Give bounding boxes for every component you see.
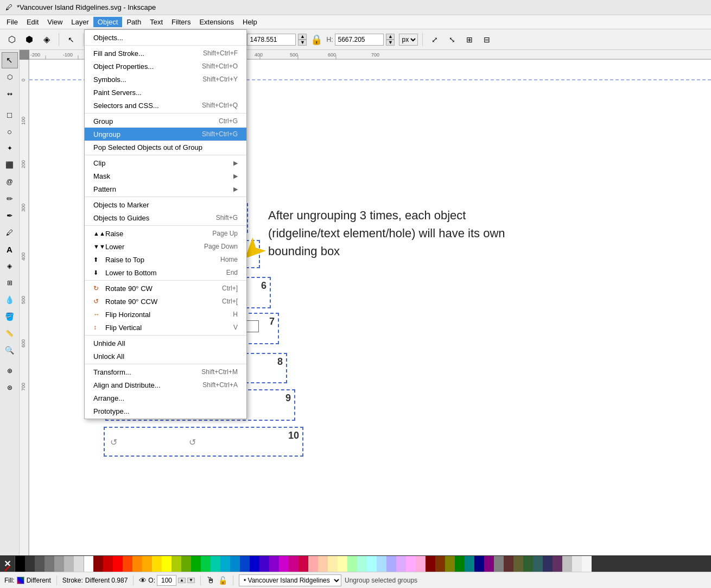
swatch-indigo[interactable] bbox=[259, 556, 269, 572]
text-tool[interactable]: A bbox=[2, 241, 18, 257]
menu-file[interactable]: File bbox=[2, 17, 22, 27]
opacity-up[interactable]: ▲ bbox=[178, 578, 186, 583]
menu-prototype[interactable]: Prototype... bbox=[85, 404, 246, 418]
swatch-olive[interactable] bbox=[445, 556, 455, 572]
measure-tool[interactable]: 📏 bbox=[2, 325, 18, 342]
menu-arrange[interactable]: Arrange... bbox=[85, 391, 246, 404]
tool-option-1[interactable]: ⬡ bbox=[4, 32, 20, 47]
tool-option-2[interactable]: ⬢ bbox=[22, 32, 37, 47]
menu-objects-to-marker[interactable]: Objects to Marker bbox=[85, 198, 246, 211]
menu-edit[interactable]: Edit bbox=[22, 17, 43, 27]
swatch-gray4[interactable] bbox=[74, 556, 84, 572]
swatch-ltrose[interactable] bbox=[416, 556, 426, 572]
spiral-tool[interactable]: @ bbox=[2, 174, 18, 190]
swatch-gray1[interactable] bbox=[45, 556, 54, 572]
swatch-dkgreen[interactable] bbox=[455, 556, 465, 572]
swatch-ltpurple[interactable] bbox=[396, 556, 406, 572]
menu-unhide-all[interactable]: Unhide All bbox=[85, 337, 246, 350]
swatch-teal1[interactable] bbox=[211, 556, 220, 572]
swatch-gray3[interactable] bbox=[64, 556, 74, 572]
swatch-yellow1[interactable] bbox=[152, 556, 162, 572]
menu-symbols[interactable]: Symbols... Shift+Ctrl+Y bbox=[85, 73, 246, 86]
swatch-purple1[interactable] bbox=[269, 556, 279, 572]
menu-text[interactable]: Text bbox=[145, 17, 167, 27]
swatch-lime2[interactable] bbox=[181, 556, 191, 572]
menu-mask[interactable]: Mask ▶ bbox=[85, 169, 246, 182]
menu-fill-stroke[interactable]: Fill and Stroke... Shift+Ctrl+F bbox=[85, 47, 246, 60]
swatch-ltyellow[interactable] bbox=[328, 556, 338, 572]
gradient-tool[interactable]: ◈ bbox=[2, 258, 18, 274]
menu-lower-to-bottom[interactable]: ⬇ Lower to Bottom End bbox=[85, 266, 246, 279]
menu-clip[interactable]: Clip ▶ bbox=[85, 156, 246, 169]
menu-layer[interactable]: Layer bbox=[67, 17, 93, 27]
swatch-forest[interactable] bbox=[523, 556, 533, 572]
swatch-lightgray2[interactable] bbox=[582, 556, 592, 572]
menu-path[interactable]: Path bbox=[122, 17, 145, 27]
w-down[interactable]: ▼ bbox=[298, 40, 307, 46]
swatch-green2[interactable] bbox=[201, 556, 211, 572]
mesh-tool[interactable]: ⊞ bbox=[2, 275, 18, 291]
snap-btn-1[interactable]: ⤢ bbox=[427, 32, 442, 47]
swatch-navy[interactable] bbox=[474, 556, 484, 572]
node-tool[interactable]: ⬡ bbox=[2, 69, 18, 85]
opacity-down[interactable]: ▼ bbox=[187, 578, 195, 583]
swatch-ltred[interactable] bbox=[308, 556, 318, 572]
pen-tool[interactable]: ✒ bbox=[2, 207, 18, 224]
swatch-yellow2[interactable] bbox=[162, 556, 172, 572]
select-tool[interactable]: ↖ bbox=[2, 52, 18, 68]
menu-selectors-css[interactable]: Selectors and CSS... Shift+Ctrl+Q bbox=[85, 99, 246, 112]
transform-icon[interactable]: ↖ bbox=[64, 32, 79, 47]
swatch-darkred[interactable] bbox=[93, 556, 103, 572]
menu-lower[interactable]: ▼▼ Lower Page Down bbox=[85, 240, 246, 253]
menu-extensions[interactable]: Extensions bbox=[195, 17, 238, 27]
layer-dropdown[interactable]: • Vancouver Island Ridgelines bbox=[239, 574, 341, 586]
menu-object[interactable]: Object bbox=[93, 17, 123, 27]
swatch-red1[interactable] bbox=[103, 556, 113, 572]
connector-tool[interactable]: ⊕ bbox=[2, 363, 18, 379]
menu-filters[interactable]: Filters bbox=[167, 17, 195, 27]
menu-flip-vertical[interactable]: ↕ Flip Vertical V bbox=[85, 321, 246, 334]
swatch-teal2[interactable] bbox=[220, 556, 230, 572]
swatch-dkolive[interactable] bbox=[513, 556, 523, 572]
swatch-red2[interactable] bbox=[113, 556, 123, 572]
adjust-tool[interactable]: ↭ bbox=[2, 86, 18, 102]
menu-help[interactable]: Help bbox=[238, 17, 262, 27]
lock-ratio-btn[interactable]: 🔒 bbox=[309, 34, 324, 46]
swatch-magenta[interactable] bbox=[289, 556, 299, 572]
swatch-orangered[interactable] bbox=[123, 556, 132, 572]
menu-raise[interactable]: ▲▲ Raise Page Up bbox=[85, 227, 246, 240]
swatch-dk-teal[interactable] bbox=[533, 556, 543, 572]
swatch-brown2[interactable] bbox=[504, 556, 513, 572]
tool-option-3[interactable]: ◈ bbox=[39, 32, 54, 47]
snap-btn-4[interactable]: ⊟ bbox=[479, 32, 494, 47]
menu-transform[interactable]: Transform... Shift+Ctrl+M bbox=[85, 365, 246, 378]
paint-tool[interactable]: 🪣 bbox=[2, 308, 18, 325]
menu-raise-to-top[interactable]: ⬆ Raise to Top Home bbox=[85, 253, 246, 266]
swatch-midnight[interactable] bbox=[543, 556, 553, 572]
swatch-green1[interactable] bbox=[191, 556, 201, 572]
swatch-dkpurple[interactable] bbox=[484, 556, 494, 572]
menu-rotate-ccw[interactable]: ↺ Rotate 90° CCW Ctrl+[ bbox=[85, 295, 246, 308]
swatch-cream[interactable] bbox=[338, 556, 347, 572]
snap-btn-2[interactable]: ⤡ bbox=[445, 32, 460, 47]
zoom-tool[interactable]: 🔍 bbox=[2, 342, 18, 358]
swatch-pink[interactable] bbox=[406, 556, 416, 572]
menu-flip-horizontal[interactable]: ↔ Flip Horizontal H bbox=[85, 308, 246, 321]
swatch-maroon[interactable] bbox=[426, 556, 435, 572]
menu-group[interactable]: Group Ctrl+G bbox=[85, 115, 246, 128]
menu-pop-selected[interactable]: Pop Selected Objects out of Group bbox=[85, 141, 246, 154]
swatch-orange[interactable] bbox=[132, 556, 142, 572]
swatch-rose[interactable] bbox=[299, 556, 308, 572]
dropper-tool[interactable]: 💧 bbox=[2, 292, 18, 308]
ellipse-tool[interactable]: ○ bbox=[2, 123, 18, 140]
menu-pattern[interactable]: Pattern ▶ bbox=[85, 182, 246, 195]
menu-objects-to-guides[interactable]: Objects to Guides Shift+G bbox=[85, 211, 246, 224]
3d-box-tool[interactable]: ⬛ bbox=[2, 157, 18, 173]
w-input[interactable] bbox=[247, 34, 296, 46]
menu-object-properties[interactable]: Object Properties... Shift+Ctrl+O bbox=[85, 60, 246, 73]
swatch-blue1[interactable] bbox=[230, 556, 240, 572]
swatch-ltgreen[interactable] bbox=[347, 556, 357, 572]
rect-tool[interactable]: □ bbox=[2, 106, 18, 123]
swatch-lime1[interactable] bbox=[172, 556, 181, 572]
menu-paint-servers[interactable]: Paint Servers... bbox=[85, 86, 246, 99]
